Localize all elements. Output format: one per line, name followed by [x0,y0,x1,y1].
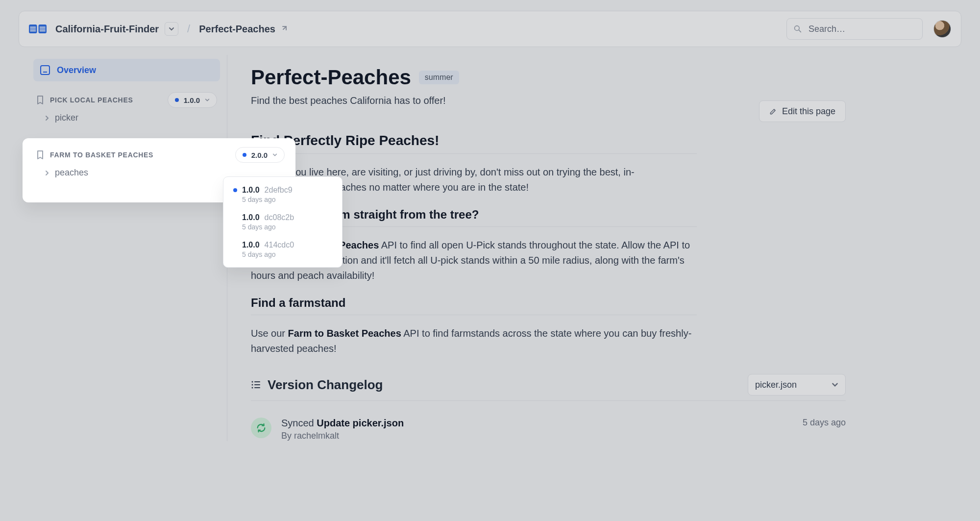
sidebar-section-a: PICK LOCAL PEACHES 1.0.0 picker [33,92,220,128]
breadcrumb-project[interactable]: California-Fruit-Finder [55,24,159,35]
body-text: Use our Farm to Basket Peaches API to fi… [251,326,697,356]
svg-rect-4 [30,30,36,31]
section-title: FARM TO BASKET PEACHES [50,151,229,159]
section-title: PICK LOCAL PEACHES [50,96,162,104]
tag-badge: summer [419,71,459,84]
version-dropdown: 1.0.0 2defbc9 5 days ago 1.0.0 dc08c2b 5… [223,176,343,268]
chevron-down-icon [272,152,277,157]
version-chip-b[interactable]: 2.0.0 [235,147,285,163]
project-switcher[interactable] [165,22,178,36]
divider [251,153,697,154]
overview-icon [40,65,50,75]
svg-rect-5 [40,27,46,28]
sidebar-item-label: picker [55,113,78,123]
sidebar-item-picker[interactable]: picker [33,108,220,128]
svg-rect-12 [254,384,260,385]
svg-rect-7 [40,30,46,31]
list-icon [251,380,261,389]
chevron-down-icon [169,26,174,32]
divider [251,400,846,401]
search-input[interactable] [786,18,923,40]
sidebar-overview[interactable]: Overview [33,59,220,81]
changelog-file-select[interactable]: picker.json [748,374,846,396]
breadcrumb-separator: / [187,23,190,35]
bookmark-icon [36,95,44,105]
avatar[interactable] [933,20,951,38]
svg-rect-14 [254,387,260,388]
changelog-header: Version Changelog picker.json [251,374,944,396]
version-chip-a[interactable]: 1.0.0 [168,92,217,108]
changelog-time: 5 days ago [803,418,846,428]
svg-rect-6 [40,28,46,29]
sidebar-overview-label: Overview [57,65,96,75]
status-dot-icon [243,153,246,157]
svg-point-9 [252,381,253,383]
subsection-heading: Like picking them straight from the tree… [251,208,944,222]
breadcrumb-doc[interactable]: Perfect-Peaches [199,24,275,35]
pencil-icon [769,107,777,115]
svg-point-11 [252,384,253,386]
changelog-author: By rachelmkalt [281,431,793,441]
svg-rect-2 [30,27,36,28]
status-dot-icon [233,188,237,192]
svg-point-8 [795,26,800,31]
bookmark-icon [36,150,44,160]
svg-rect-3 [30,28,36,29]
sidebar-section-b: FARM TO BASKET PEACHES 2.0.0 peaches [33,147,288,183]
version-option[interactable]: 1.0.0 2defbc9 5 days ago [227,181,338,208]
changelog-entry: Synced Update picker.json By rachelmkalt… [251,418,944,441]
section-heading: Find Perfectly Ripe Peaches! [251,133,944,149]
svg-rect-10 [254,381,260,382]
breadcrumb: California-Fruit-Finder / Perfect-Peache… [55,22,287,36]
page-title: Perfect-Peaches [251,66,411,89]
chevron-right-icon [44,115,50,121]
changelog-title: Version Changelog [268,377,383,393]
status-dot-icon [175,98,179,102]
sidebar-item-label: peaches [55,168,88,178]
subsection-heading: Find a farmstand [251,296,944,310]
version-option[interactable]: 1.0.0 dc08c2b 5 days ago [227,208,338,236]
chevron-right-icon [44,170,50,176]
edit-page-button[interactable]: Edit this page [759,100,846,122]
chevron-down-icon [832,381,838,388]
topbar: California-Fruit-Finder / Perfect-Peache… [19,11,961,47]
divider [251,315,697,315]
project-icon [29,23,47,35]
external-link-icon [280,25,287,32]
sidebar: Overview PICK LOCAL PEACHES 1.0.0 [19,55,227,441]
sidebar-floating-panel: FARM TO BASKET PEACHES 2.0.0 peaches [23,138,295,202]
sync-icon [251,418,271,438]
svg-point-13 [252,387,253,389]
search-icon [794,25,802,33]
changelog-message: Synced Update picker.json [281,418,793,429]
chevron-down-icon [205,98,210,102]
version-option[interactable]: 1.0.0 414cdc0 5 days ago [227,236,338,263]
